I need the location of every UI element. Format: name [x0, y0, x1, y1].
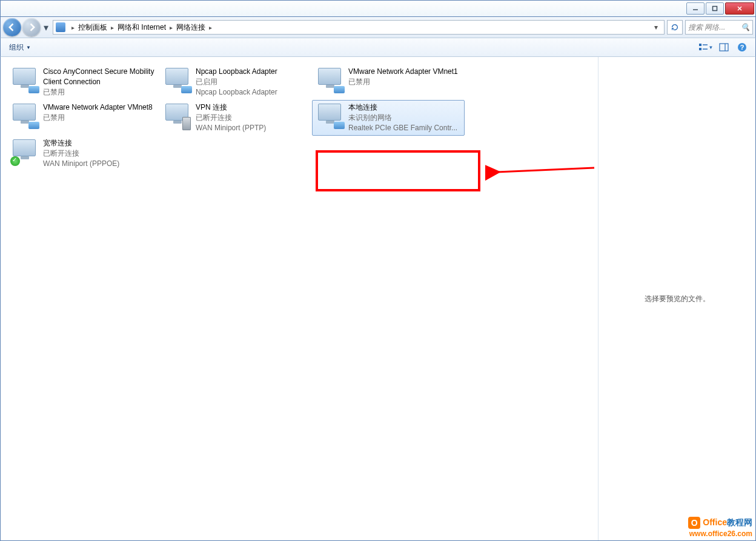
connection-icon [10, 102, 39, 131]
connection-device: WAN Miniport (PPPOE) [43, 159, 119, 169]
connection-title: VPN 连接 [196, 102, 266, 113]
chevron-right-icon: ▸ [166, 24, 176, 31]
svg-text:?: ? [740, 44, 744, 51]
connection-icon [163, 102, 192, 131]
connection-status: 已禁用 [348, 77, 458, 87]
connection-title: Cisco AnyConnect Secure Mobility Client … [43, 67, 156, 87]
back-button[interactable] [3, 18, 21, 36]
view-options-button[interactable]: ▼ [697, 41, 714, 54]
connection-title: 宽带连接 [43, 138, 119, 148]
preview-pane: 选择要预览的文件。 [598, 57, 755, 540]
connection-icon [10, 67, 39, 96]
svg-rect-4 [699, 44, 701, 46]
help-button[interactable]: ? [734, 41, 751, 54]
network-icon [56, 22, 65, 32]
refresh-button[interactable] [667, 20, 683, 35]
svg-rect-5 [699, 48, 701, 50]
connection-status: 已断开连接 [43, 148, 119, 159]
connection-item[interactable]: VMware Network Adapter VMnet1 已禁用 [312, 64, 465, 100]
connection-device: WAN Miniport (PPTP) [196, 123, 266, 133]
svg-rect-8 [720, 44, 728, 51]
chevron-right-icon: ▸ [68, 24, 78, 31]
forward-button[interactable] [22, 18, 41, 36]
search-icon: 🔍 [741, 23, 750, 32]
breadcrumb-item[interactable]: 控制面板 [78, 22, 107, 33]
maximize-button[interactable] [706, 2, 724, 15]
connection-title: VMware Network Adapter VMnet8 [43, 102, 153, 113]
connection-item[interactable]: 宽带连接 已断开连接 WAN Miniport (PPPOE) [7, 136, 159, 171]
connection-title: VMware Network Adapter VMnet1 [348, 67, 458, 77]
preview-pane-button[interactable] [715, 41, 732, 54]
window-titlebar [0, 0, 756, 17]
connection-device: Npcap Loopback Adapter [196, 87, 277, 98]
connection-item[interactable]: VMware Network Adapter VMnet8 已禁用 [7, 100, 159, 136]
connection-icon [316, 102, 345, 131]
connection-item[interactable]: Npcap Loopback Adapter 已启用 Npcap Loopbac… [159, 64, 312, 100]
connection-icon [10, 138, 39, 167]
connection-icon [316, 67, 345, 96]
breadcrumb-item[interactable]: 网络和 Internet [118, 22, 166, 33]
organize-label: 组织 [9, 42, 24, 53]
chevron-down-icon: ▼ [26, 45, 31, 50]
toolbar: 组织 ▼ ▼ ? [0, 38, 756, 57]
connection-item[interactable]: 本地连接 未识别的网络 Realtek PCIe GBE Family Cont… [312, 100, 465, 136]
search-placeholder: 搜索 网络... [688, 22, 725, 33]
connection-item[interactable]: Cisco AnyConnect Secure Mobility Client … [7, 64, 159, 100]
organize-button[interactable]: 组织 ▼ [5, 41, 35, 54]
chevron-right-icon: ▸ [205, 24, 216, 31]
close-button[interactable] [725, 2, 754, 15]
breadcrumb-dropdown[interactable]: ▾ [651, 23, 662, 32]
chevron-down-icon: ▼ [709, 45, 714, 50]
breadcrumb-item[interactable]: 网络连接 [176, 22, 205, 33]
address-bar-row: ▾ ▸ 控制面板 ▸ 网络和 Internet ▸ 网络连接 ▸ ▾ 搜索 网络… [0, 17, 756, 38]
main-area: Cisco AnyConnect Secure Mobility Client … [0, 57, 756, 541]
breadcrumb[interactable]: ▸ 控制面板 ▸ 网络和 Internet ▸ 网络连接 ▸ ▾ [53, 20, 665, 35]
connection-status: 已禁用 [43, 87, 156, 98]
content-pane[interactable]: Cisco AnyConnect Secure Mobility Client … [1, 57, 598, 540]
nav-history-dropdown[interactable]: ▾ [42, 18, 50, 36]
connection-item[interactable]: VPN 连接 已断开连接 WAN Miniport (PPTP) [159, 100, 312, 136]
connection-title: 本地连接 [348, 102, 457, 113]
connection-status: 未识别的网络 [348, 113, 457, 123]
minimize-button[interactable] [686, 2, 705, 15]
connection-icon [163, 67, 192, 96]
search-input[interactable]: 搜索 网络... 🔍 [685, 20, 753, 35]
connection-device: Realtek PCIe GBE Family Contr... [348, 123, 457, 133]
preview-empty-text: 选择要预览的文件。 [645, 294, 710, 304]
svg-rect-1 [713, 7, 717, 11]
connection-title: Npcap Loopback Adapter [196, 67, 277, 77]
connection-status: 已断开连接 [196, 113, 266, 123]
connection-status: 已禁用 [43, 113, 153, 123]
connection-status: 已启用 [196, 77, 277, 87]
chevron-right-icon: ▸ [107, 24, 118, 31]
